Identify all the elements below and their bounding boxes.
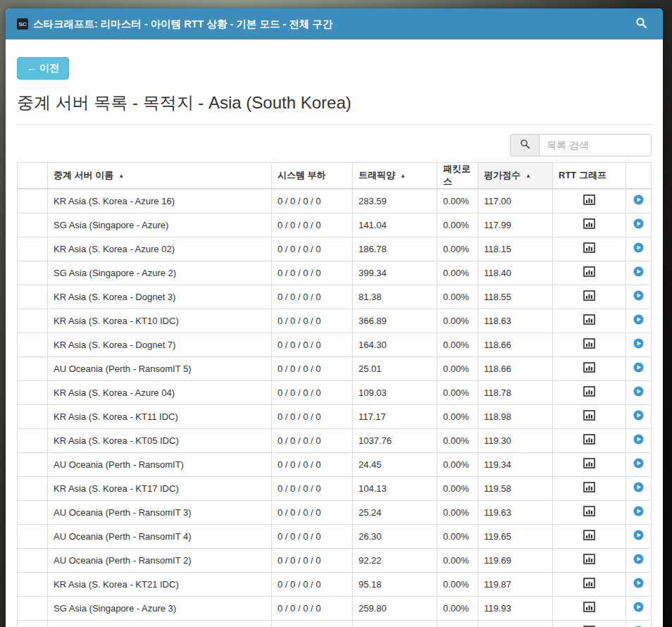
play-circle-icon [633,484,644,495]
row-select-cell[interactable] [18,333,48,356]
table-row: KR Asia (S. Korea - KT09 IDC) 0 / 0 / 0 … [18,620,652,627]
row-select-cell[interactable] [18,452,48,476]
rtt-graph-button[interactable] [583,458,595,468]
server-name-cell: SG Asia (Singapore - Azure 2) [48,261,272,285]
rtt-graph-button[interactable] [583,482,595,492]
bar-chart-icon [583,292,595,303]
bar-chart-icon [583,412,595,423]
system-load-cell: 0 / 0 / 0 / 0 [272,261,353,285]
rtt-graph-button[interactable] [583,362,595,373]
traffic-cell: 283.59 [353,189,437,213]
play-circle-icon [633,292,644,303]
play-button[interactable] [633,242,644,253]
rtt-graph-button[interactable] [583,554,595,564]
play-circle-icon [633,460,644,471]
page-content: ← 이전 중계 서버 목록 - 목적지 - Asia (South Korea)… [6,39,663,627]
play-circle-icon [633,508,644,519]
column-header-blank[interactable] [626,163,652,190]
rtt-graph-button[interactable] [583,338,595,349]
play-button[interactable] [633,530,644,540]
rtt-graph-button[interactable] [583,530,595,540]
row-select-cell[interactable] [18,500,48,524]
play-button[interactable] [633,554,644,564]
traffic-cell: 81.38 [353,285,437,309]
bar-chart-icon [583,508,595,519]
row-select-cell[interactable] [18,548,48,572]
server-name-cell: KR Asia (S. Korea - Azure 02) [48,237,272,261]
rtt-graph-button[interactable] [583,410,595,421]
table-row: KR Asia (S. Korea - KT05 IDC) 0 / 0 / 0 … [18,428,652,452]
system-load-cell: 0 / 0 / 0 / 0 [272,476,353,500]
column-header-중계 서버 이름[interactable]: 중계 서버 이름▲ [48,163,272,190]
server-name-cell: AU Oceania (Perth - RansomIT 4) [48,524,272,548]
row-select-cell[interactable] [18,356,48,380]
rtt-graph-button[interactable] [583,434,595,445]
rtt-graph-button[interactable] [583,290,595,301]
row-select-cell[interactable] [18,524,48,548]
column-header-평가점수[interactable]: 평가점수▲ [478,163,553,190]
bar-chart-icon [583,340,595,351]
row-select-cell[interactable] [18,428,48,452]
rtt-graph-button[interactable] [583,578,595,588]
rtt-graph-button[interactable] [583,242,595,253]
play-button[interactable] [633,194,644,205]
column-header-시스템 부하[interactable]: 시스템 부하 [272,163,353,190]
server-name-cell: KR Asia (S. Korea - KT11 IDC) [48,404,272,428]
play-button[interactable] [633,290,644,301]
play-button[interactable] [633,602,644,612]
rtt-graph-button[interactable] [583,218,595,229]
column-header-트래픽양[interactable]: 트래픽양▲ [353,163,437,190]
play-button[interactable] [633,218,644,229]
score-cell: 118.40 [478,261,553,285]
row-select-cell[interactable] [18,213,48,237]
row-select-cell[interactable] [18,572,48,596]
row-select-cell[interactable] [18,404,48,428]
row-select-cell[interactable] [18,309,48,333]
column-header-패킷로스[interactable]: 패킷로스 [437,163,478,190]
row-select-cell[interactable] [18,380,48,404]
traffic-cell: 104.13 [353,476,437,500]
sort-asc-icon: ▲ [400,173,406,179]
navbar-search-button[interactable] [630,13,652,35]
row-select-cell[interactable] [18,189,48,213]
play-button[interactable] [633,410,644,421]
row-select-cell[interactable] [18,476,48,500]
bar-chart-icon [583,604,595,614]
system-load-cell: 0 / 0 / 0 / 0 [272,572,353,596]
play-button[interactable] [633,266,644,277]
rtt-graph-button[interactable] [583,266,595,277]
play-button[interactable] [633,338,644,349]
play-circle-icon [633,221,644,231]
row-select-cell[interactable] [18,237,48,261]
column-header-blank[interactable] [18,163,48,190]
rtt-graph-button[interactable] [583,602,595,612]
play-button[interactable] [633,482,644,492]
play-button[interactable] [633,314,644,325]
score-cell: 119.93 [478,596,553,620]
play-circle-icon [633,604,644,614]
rtt-graph-button[interactable] [583,314,595,325]
rtt-graph-button[interactable] [583,386,595,397]
navbar-brand[interactable]: SC 스타크래프트: 리마스터 - 아이템 RTT 상황 - 기본 모드 - 전… [17,18,332,31]
table-row: AU Oceania (Perth - RansomIT 5) 0 / 0 / … [18,356,652,380]
play-button[interactable] [633,578,644,588]
play-button[interactable] [633,458,644,468]
row-select-cell[interactable] [18,596,48,620]
row-select-cell[interactable] [18,620,48,627]
play-button[interactable] [633,362,644,373]
row-select-cell[interactable] [18,261,48,285]
play-button[interactable] [633,434,644,445]
search-input[interactable] [539,134,652,156]
row-select-cell[interactable] [18,285,48,309]
rtt-graph-button[interactable] [583,506,595,516]
system-load-cell: 0 / 0 / 0 / 0 [272,333,353,356]
play-button[interactable] [633,506,644,516]
play-button[interactable] [633,386,644,397]
back-button[interactable]: ← 이전 [17,57,69,80]
score-cell: 117.00 [478,189,553,213]
bar-chart-icon [583,580,595,590]
rtt-graph-button[interactable] [583,194,595,205]
column-header-RTT 그래프[interactable]: RTT 그래프 [553,163,626,190]
packet-loss-cell: 0.00% [437,596,478,620]
play-circle-icon [633,364,644,375]
